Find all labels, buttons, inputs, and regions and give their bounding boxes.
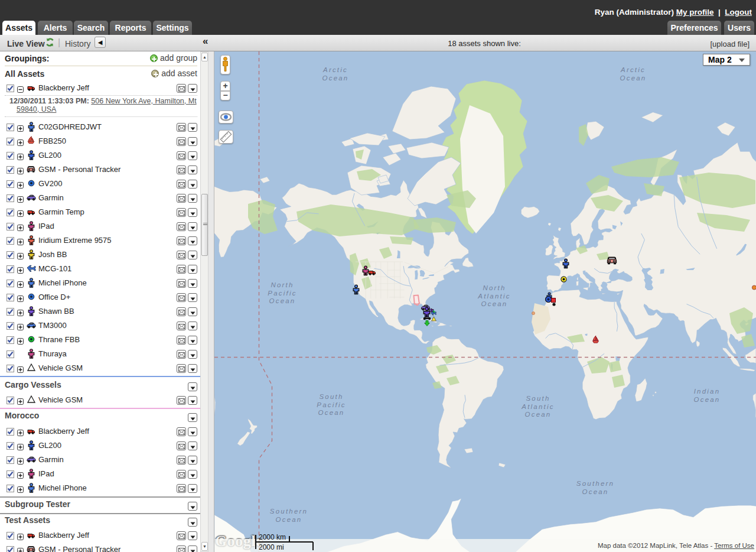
svg-text:IndianOcean: IndianOcean: [694, 388, 721, 403]
svg-text:SouthPacificOcean: SouthPacificOcean: [317, 393, 346, 416]
svg-text:SouthAtlanticOcean: SouthAtlanticOcean: [521, 395, 554, 418]
svg-text:NorthPacificOcean: NorthPacificOcean: [268, 281, 296, 304]
svg-text:NorthAtlanticOcean: NorthAtlanticOcean: [477, 284, 510, 307]
svg-text:ArcticOcean: ArcticOcean: [322, 66, 349, 82]
svg-text:ArcticOcean: ArcticOcean: [620, 66, 647, 82]
